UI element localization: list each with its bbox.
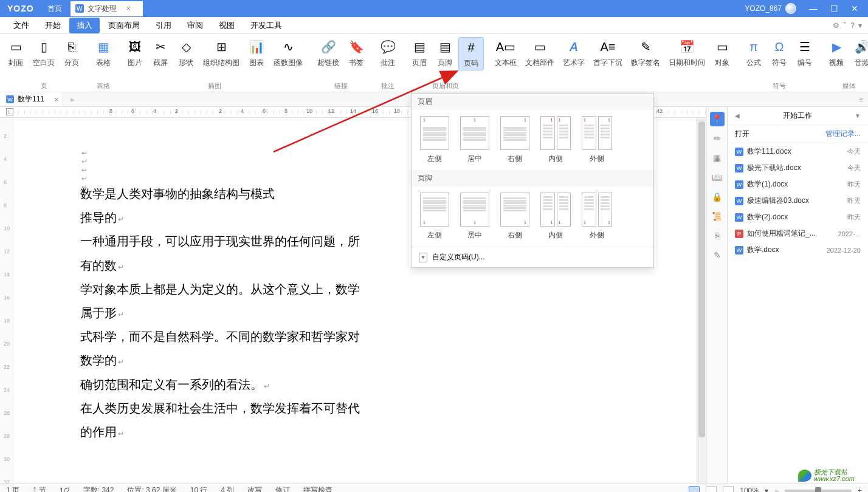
ribbon-collapse-icon[interactable]: ˄ <box>843 21 847 30</box>
recent-file-row[interactable]: W极光下载站.docx今天 <box>728 160 868 176</box>
text-line[interactable]: 确切范围和定义有一系列的看法。 <box>80 373 630 397</box>
scroll-thumb[interactable] <box>698 121 705 437</box>
add-tab-button[interactable]: + <box>63 94 81 104</box>
text-line[interactable]: 的作用 <box>80 420 630 444</box>
side-copy-icon[interactable]: ⎘ <box>710 228 725 243</box>
symbol-button[interactable]: Ω符号 <box>767 37 791 69</box>
tab-list-icon[interactable]: ≡ <box>859 95 868 104</box>
video-button[interactable]: ▶视频 <box>824 37 849 69</box>
pagenum-option-header-3[interactable]: 11内侧 <box>540 116 571 164</box>
status-col[interactable]: 4 列 <box>221 485 234 492</box>
page-number-button[interactable]: #页码 <box>458 37 484 70</box>
doc-parts-button[interactable]: ▭文档部件 <box>522 37 558 69</box>
status-words[interactable]: 字数: 342 <box>83 485 114 492</box>
pagenum-option-header-2[interactable]: 1右侧 <box>500 116 529 164</box>
ruler-vertical[interactable]: 2468101214161820222426283032 <box>0 118 13 483</box>
textbox-button[interactable]: A▭文本框 <box>491 37 520 69</box>
status-section[interactable]: 1 节 <box>33 485 46 492</box>
pagenum-option-header-4[interactable]: 11外侧 <box>582 116 612 164</box>
function-graph-button[interactable]: ∿函数图像 <box>270 37 306 69</box>
recent-file-row[interactable]: W数学(1).docx昨天 <box>728 176 868 193</box>
text-line[interactable]: 学对象本质上都是人为定义的。从这个意义上，数学 <box>80 278 630 301</box>
manage-records-link[interactable]: 管理记录... <box>825 129 861 139</box>
page-break-button[interactable]: ⎘分页 <box>60 37 84 69</box>
side-pencil-icon[interactable]: ✏ <box>710 131 725 146</box>
doc-tab[interactable]: W 数学111 × <box>0 92 63 106</box>
status-revise[interactable]: 修订 <box>275 485 290 492</box>
text-line[interactable]: 在人类历史发展和社会生活中，数学发挥着不可替代 <box>80 397 630 420</box>
tab-app-active[interactable]: W 文字处理 × <box>71 1 143 16</box>
zoom-label[interactable]: 100% <box>740 487 759 493</box>
minimize-button[interactable]: — <box>805 2 822 15</box>
recent-file-row[interactable]: P如何使用糯词笔记_...2022-... <box>728 225 868 242</box>
zoom-slider[interactable] <box>785 490 852 492</box>
status-overtype[interactable]: 改写 <box>247 485 262 492</box>
ribbon-menu-icon[interactable]: ▾ <box>858 21 862 30</box>
status-pages[interactable]: 1/2 <box>60 487 70 493</box>
menu-view[interactable]: 视图 <box>212 18 242 33</box>
status-page[interactable]: 1 页 <box>6 485 19 492</box>
menu-dev[interactable]: 开发工具 <box>243 18 289 33</box>
close-button[interactable]: ✕ <box>846 2 863 15</box>
vertical-scrollbar[interactable] <box>697 118 706 483</box>
menu-start[interactable]: 开始 <box>38 18 68 33</box>
zoom-dropdown-icon[interactable]: ▾ <box>765 487 768 493</box>
close-icon[interactable]: × <box>54 95 59 104</box>
zoom-in-button[interactable]: + <box>858 487 862 493</box>
view-outline-button[interactable] <box>723 486 734 493</box>
menu-insert[interactable]: 插入 <box>69 18 100 33</box>
footer-button[interactable]: ▤页脚 <box>433 37 457 70</box>
chart-button[interactable]: 📊图表 <box>244 37 269 69</box>
orgchart-button[interactable]: ⊞组织结构图 <box>199 37 243 69</box>
pagenum-option-footer-1[interactable]: 1居中 <box>460 193 489 241</box>
blank-page-button[interactable]: ▯空白页 <box>29 37 58 69</box>
object-button[interactable]: ▭对象 <box>710 37 734 69</box>
numbering-button[interactable]: ☰编号 <box>793 37 817 69</box>
status-row[interactable]: 10 行 <box>190 485 208 492</box>
menu-review[interactable]: 审阅 <box>180 18 210 33</box>
status-spell[interactable]: 拼写检查 <box>303 485 332 492</box>
ruler-corner-icon[interactable]: L <box>6 108 13 115</box>
menu-file[interactable]: 文件 <box>6 18 36 33</box>
wordart-button[interactable]: A艺术字 <box>559 37 588 69</box>
bookmark-button[interactable]: 🔖书签 <box>344 37 368 69</box>
screenshot-button[interactable]: ✂截屏 <box>148 37 173 69</box>
audio-button[interactable]: 🔊音频 <box>850 37 868 69</box>
maximize-button[interactable]: ☐ <box>825 2 842 15</box>
close-icon[interactable]: × <box>126 4 131 13</box>
recent-file-row[interactable]: W数学111.docx今天 <box>728 143 868 160</box>
zoom-thumb[interactable] <box>815 487 821 493</box>
menu-reference[interactable]: 引用 <box>148 18 179 33</box>
hyperlink-button[interactable]: 🔗超链接 <box>314 37 343 69</box>
equation-button[interactable]: π公式 <box>742 37 766 69</box>
custom-page-number-option[interactable]: # 自定义页码(U)... <box>412 247 653 267</box>
pagenum-option-footer-3[interactable]: 11内侧 <box>540 193 571 241</box>
status-position[interactable]: 位置: 3.62 厘米 <box>127 485 176 492</box>
tab-home[interactable]: 首页 <box>41 1 68 16</box>
recent-file-row[interactable]: W极速编辑器03.docx昨天 <box>728 193 868 209</box>
pagenum-option-header-0[interactable]: 1左侧 <box>420 116 449 164</box>
view-print-layout-button[interactable] <box>689 486 700 493</box>
pagenum-option-footer-4[interactable]: 11外侧 <box>582 193 612 241</box>
datetime-button[interactable]: 📅日期和时间 <box>665 37 709 69</box>
text-line[interactable]: 式科学，而不是自然科学。不同的数学家和哲学家对 <box>80 325 630 349</box>
side-edit-icon[interactable]: ✎ <box>710 248 725 262</box>
table-button[interactable]: ▦表格 <box>91 37 115 69</box>
chevron-down-icon[interactable]: ▼ <box>855 112 861 119</box>
ribbon-help-icon[interactable]: ⚙ <box>833 21 839 30</box>
side-lock-icon[interactable]: 🔒 <box>710 190 725 204</box>
chevron-left-icon[interactable]: ◀ <box>735 112 740 119</box>
side-location-icon[interactable]: 📍 <box>710 112 725 126</box>
shape-button[interactable]: ◇形状 <box>174 37 198 69</box>
signature-button[interactable]: ✎数字签名 <box>627 37 664 69</box>
header-button[interactable]: ▤页眉 <box>407 37 432 70</box>
dropcap-button[interactable]: A≡首字下沉 <box>590 37 626 69</box>
menu-layout[interactable]: 页面布局 <box>101 18 147 33</box>
zoom-out-button[interactable]: − <box>774 487 779 493</box>
picture-button[interactable]: 🖼图片 <box>123 37 147 69</box>
text-line[interactable]: 属于形 <box>80 301 630 325</box>
pagenum-option-footer-0[interactable]: 1左侧 <box>420 193 449 241</box>
text-line[interactable]: 数学的 <box>80 349 630 372</box>
side-book-icon[interactable]: 📖 <box>710 170 725 185</box>
recent-file-row[interactable]: W数学(2).docx昨天 <box>728 209 868 225</box>
